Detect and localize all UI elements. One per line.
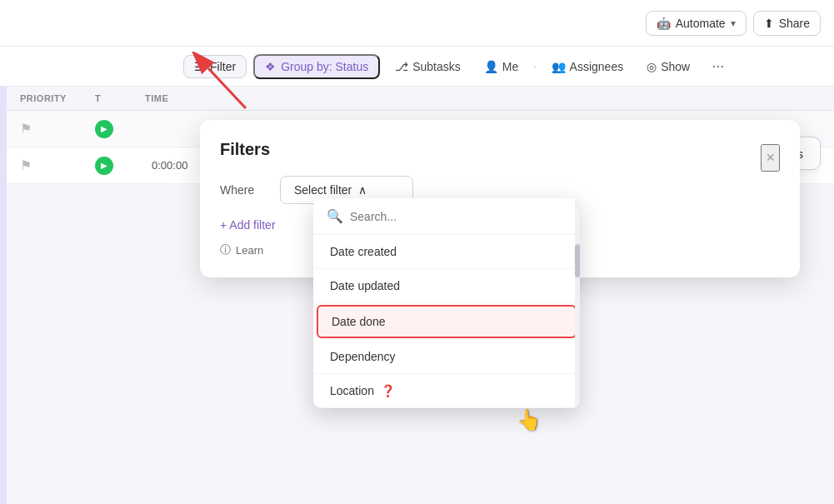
secondary-toolbar: ☰ Filter ❖ Group by: Status ⎇ Subtasks 👤… <box>0 47 834 87</box>
show-icon: ◎ <box>647 60 657 73</box>
col-header-time: TIME <box>145 93 228 103</box>
top-toolbar: 🤖 Automate ▾ ⬆ Share <box>0 0 834 47</box>
list-item[interactable]: Date created <box>313 235 580 269</box>
group-icon: ❖ <box>265 60 276 73</box>
list-item[interactable]: Date updated <box>313 269 580 303</box>
automate-icon: 🤖 <box>657 17 671 30</box>
filters-title: Filters <box>220 140 270 159</box>
filter-button[interactable]: ☰ Filter <box>183 55 247 78</box>
flag-icon: ⚑ <box>20 121 32 137</box>
flag-icon: ⚑ <box>20 157 32 173</box>
list-item[interactable]: Dependency <box>313 340 580 374</box>
search-icon: 🔍 <box>327 208 343 224</box>
filter-icon: ☰ <box>194 60 205 73</box>
table-header: PRIORITY T TIME <box>7 87 834 111</box>
automate-label: Automate <box>676 17 726 30</box>
close-button[interactable]: × <box>761 144 780 172</box>
where-label: Where <box>220 183 270 197</box>
share-icon: ⬆ <box>764 17 774 30</box>
help-icon: ❓ <box>381 384 395 397</box>
play-button[interactable]: ▶ <box>95 157 113 175</box>
more-button[interactable]: ··· <box>705 54 731 78</box>
show-label: Show <box>661 60 690 73</box>
learn-label: Learn <box>236 244 263 257</box>
chevron-up-icon: ∧ <box>358 183 367 197</box>
dropdown-search-row: 🔍 <box>313 198 580 235</box>
subtasks-label: Subtasks <box>412 60 461 73</box>
subtasks-button[interactable]: ⎇ Subtasks <box>387 56 469 77</box>
search-input[interactable] <box>350 210 567 223</box>
group-by-button[interactable]: ❖ Group by: Status <box>253 54 380 79</box>
me-button[interactable]: 👤 Me <box>476 56 527 77</box>
chevron-down-icon: ▾ <box>731 17 736 29</box>
time-value: 0:00:00 <box>152 159 187 172</box>
separator: · <box>533 61 536 72</box>
play-button[interactable]: ▶ <box>95 120 113 138</box>
assignees-label: Assignees <box>570 60 624 73</box>
list-item[interactable]: Location ❓ <box>313 374 580 408</box>
assignees-button[interactable]: 👥 Assignees <box>543 56 632 77</box>
col-header-t: T <box>95 93 145 103</box>
me-icon: 👤 <box>484 60 498 73</box>
location-label: Location <box>330 384 374 397</box>
scrollbar[interactable] <box>575 198 580 408</box>
col-header-priority: PRIORITY <box>20 93 95 103</box>
filter-label: Filter <box>210 60 236 73</box>
group-by-label: Group by: Status <box>281 60 368 73</box>
me-label: Me <box>502 60 518 73</box>
share-button[interactable]: ⬆ Share <box>753 11 821 36</box>
add-filter-link[interactable]: + Add filter <box>220 218 276 232</box>
assignees-icon: 👥 <box>552 60 566 73</box>
left-sidebar <box>0 87 7 504</box>
filter-dropdown: 🔍 Date created Date updated Date done De… <box>313 198 580 408</box>
show-button[interactable]: ◎ Show <box>638 56 698 77</box>
share-label: Share <box>779 17 810 30</box>
info-icon: ⓘ <box>220 242 231 257</box>
automate-button[interactable]: 🤖 Automate ▾ <box>646 11 747 36</box>
subtasks-icon: ⎇ <box>395 60 408 73</box>
scrollbar-thumb[interactable] <box>575 244 580 277</box>
select-filter-label: Select filter <box>294 183 352 197</box>
list-item[interactable]: Date done <box>317 305 577 338</box>
